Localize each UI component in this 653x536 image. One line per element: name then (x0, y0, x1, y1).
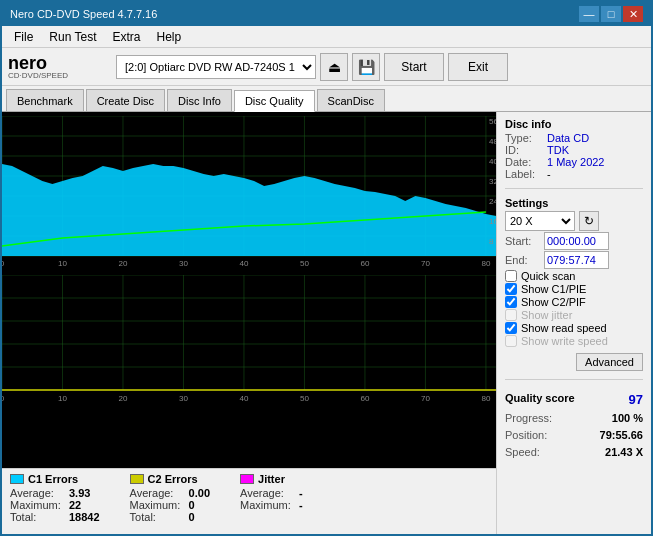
tab-disc-quality[interactable]: Disc Quality (234, 90, 315, 112)
drive-selector[interactable]: [2:0] Optiarc DVD RW AD-7240S 1.04 (116, 55, 316, 79)
logo-area: nero CD·DVD/SPEED (8, 50, 108, 84)
tab-benchmark[interactable]: Benchmark (6, 89, 84, 111)
quick-scan-row: Quick scan (505, 270, 643, 282)
close-button[interactable]: ✕ (623, 6, 643, 22)
eject-button[interactable]: ⏏ (320, 53, 348, 81)
menu-file[interactable]: File (6, 28, 41, 46)
end-time-row: End: (505, 251, 643, 269)
c2-maximum-row: Maximum: 0 (130, 499, 210, 511)
svg-text:10: 10 (58, 394, 67, 403)
menu-extra[interactable]: Extra (104, 28, 148, 46)
quality-score-row: Quality score 97 (505, 392, 643, 407)
progress-row: Progress: 100 % (505, 412, 643, 424)
speed-row: Speed: 21.43 X (505, 446, 643, 458)
svg-text:70: 70 (421, 259, 430, 268)
application-window: Nero CD-DVD Speed 4.7.7.16 — □ ✕ File Ru… (0, 0, 653, 536)
svg-text:40: 40 (239, 259, 248, 268)
logo-nero: nero (8, 54, 47, 72)
disc-label-row: Label: - (505, 168, 643, 180)
bottom-chart-svg: 10 8 6 4 2 0 10 20 30 40 50 60 70 (2, 275, 496, 405)
start-time-row: Start: (505, 232, 643, 250)
jitter-legend-title: Jitter (240, 473, 303, 485)
c1-legend: C1 Errors Average: 3.93 Maximum: 22 Tota… (10, 473, 100, 534)
svg-text:16: 16 (489, 217, 496, 226)
jitter-color-box (240, 474, 254, 484)
start-time-input[interactable] (544, 232, 609, 250)
c1-chart: 56 48 40 32 24 16 8 50 40 30 20 10 (2, 116, 496, 271)
svg-text:32: 32 (489, 177, 496, 186)
show-c2pif-row: Show C2/PIF (505, 296, 643, 308)
svg-text:80: 80 (481, 259, 490, 268)
svg-text:60: 60 (360, 259, 369, 268)
main-content: 56 48 40 32 24 16 8 50 40 30 20 10 (2, 112, 651, 536)
svg-text:20: 20 (119, 394, 128, 403)
c2-legend: C2 Errors Average: 0.00 Maximum: 0 Total… (130, 473, 210, 534)
exit-button[interactable]: Exit (448, 53, 508, 81)
svg-text:48: 48 (489, 137, 496, 146)
c1-color-box (10, 474, 24, 484)
maximize-button[interactable]: □ (601, 6, 621, 22)
save-button[interactable]: 💾 (352, 53, 380, 81)
show-c1pie-checkbox[interactable] (505, 283, 517, 295)
svg-text:50: 50 (300, 394, 309, 403)
start-button[interactable]: Start (384, 53, 444, 81)
svg-text:80: 80 (481, 394, 490, 403)
svg-text:50: 50 (300, 259, 309, 268)
c1-maximum-row: Maximum: 22 (10, 499, 100, 511)
tab-scan-disc[interactable]: ScanDisc (317, 89, 385, 111)
c2-chart: 10 8 6 4 2 0 10 20 30 40 50 60 70 (2, 275, 496, 405)
end-time-input[interactable] (544, 251, 609, 269)
position-row: Position: 79:55.66 (505, 429, 643, 441)
c2-color-box (130, 474, 144, 484)
c2-total-row: Total: 0 (130, 511, 210, 523)
c2-average-row: Average: 0.00 (130, 487, 210, 499)
title-bar: Nero CD-DVD Speed 4.7.7.16 — □ ✕ (2, 2, 651, 26)
svg-text:60: 60 (360, 394, 369, 403)
refresh-button[interactable]: ↻ (579, 211, 599, 231)
disc-info-section: Disc info Type: Data CD ID: TDK Date: 1 … (505, 118, 643, 180)
svg-text:40: 40 (239, 394, 248, 403)
speed-selector[interactable]: Max1 X2 X4 X8 X10 X16 X20 X32 X40 X48 X (505, 211, 575, 231)
c1-total-row: Total: 18842 (10, 511, 100, 523)
show-read-speed-checkbox[interactable] (505, 322, 517, 334)
svg-text:30: 30 (179, 394, 188, 403)
show-write-speed-checkbox[interactable] (505, 335, 517, 347)
svg-text:24: 24 (489, 197, 496, 206)
tabs: Benchmark Create Disc Disc Info Disc Qua… (2, 86, 651, 112)
disc-type-row: Type: Data CD (505, 132, 643, 144)
title-text: Nero CD-DVD Speed 4.7.7.16 (10, 8, 157, 20)
svg-text:10: 10 (58, 259, 67, 268)
show-jitter-row: Show jitter (505, 309, 643, 321)
jitter-legend: Jitter Average: - Maximum: - (240, 473, 303, 534)
tab-create-disc[interactable]: Create Disc (86, 89, 165, 111)
right-panel: Disc info Type: Data CD ID: TDK Date: 1 … (496, 112, 651, 536)
svg-marker-17 (2, 164, 496, 256)
jitter-average-row: Average: - (240, 487, 303, 499)
disc-date-row: Date: 1 May 2022 (505, 156, 643, 168)
top-chart-svg: 56 48 40 32 24 16 8 50 40 30 20 10 (2, 116, 496, 271)
speed-settings-row: Max1 X2 X4 X8 X10 X16 X20 X32 X40 X48 X … (505, 211, 643, 231)
settings-section: Settings Max1 X2 X4 X8 X10 X16 X20 X32 X… (505, 197, 643, 371)
menu-bar: File Run Test Extra Help (2, 26, 651, 48)
svg-text:20: 20 (119, 259, 128, 268)
show-read-speed-row: Show read speed (505, 322, 643, 334)
c1-legend-title: C1 Errors (10, 473, 100, 485)
logo-sub: CD·DVD/SPEED (8, 72, 68, 80)
legend-area: C1 Errors Average: 3.93 Maximum: 22 Tota… (2, 468, 496, 536)
quick-scan-checkbox[interactable] (505, 270, 517, 282)
svg-text:56: 56 (489, 117, 496, 126)
minimize-button[interactable]: — (579, 6, 599, 22)
svg-text:8: 8 (489, 237, 494, 246)
svg-text:0: 0 (2, 394, 5, 403)
toolbar: nero CD·DVD/SPEED [2:0] Optiarc DVD RW A… (2, 48, 651, 86)
disc-id-row: ID: TDK (505, 144, 643, 156)
show-c2pif-checkbox[interactable] (505, 296, 517, 308)
advanced-button[interactable]: Advanced (576, 353, 643, 371)
c1-average-row: Average: 3.93 (10, 487, 100, 499)
svg-text:70: 70 (421, 394, 430, 403)
tab-disc-info[interactable]: Disc Info (167, 89, 232, 111)
c2-legend-title: C2 Errors (130, 473, 210, 485)
menu-run-test[interactable]: Run Test (41, 28, 104, 46)
menu-help[interactable]: Help (149, 28, 190, 46)
show-jitter-checkbox[interactable] (505, 309, 517, 321)
